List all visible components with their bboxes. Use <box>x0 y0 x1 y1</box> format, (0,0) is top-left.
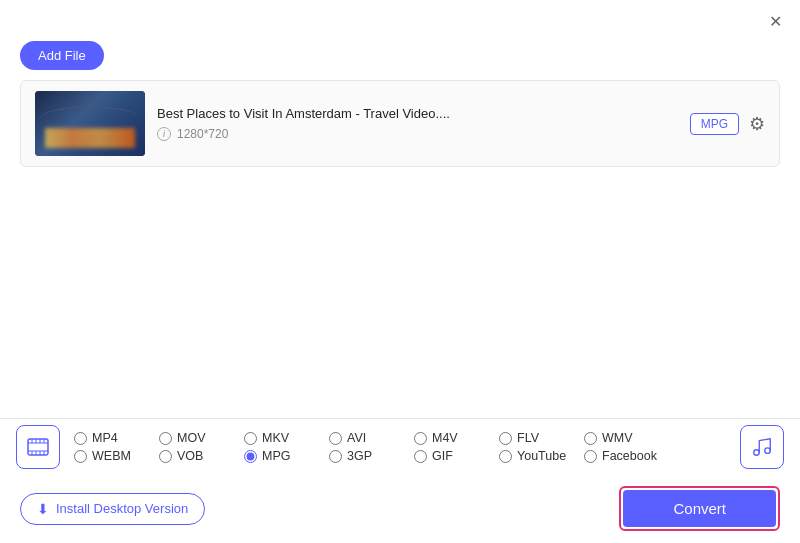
format-option-webm[interactable]: WEBM <box>74 449 159 463</box>
svg-point-12 <box>765 448 771 454</box>
format-row: MP4 MOV MKV AVI M4V FLV WMV WEBM VOB MPG… <box>16 425 784 469</box>
file-actions: MPG ⚙ <box>690 113 765 135</box>
format-option-3gp[interactable]: 3GP <box>329 449 414 463</box>
format-option-gif[interactable]: GIF <box>414 449 499 463</box>
format-line-1: MP4 MOV MKV AVI M4V FLV WMV <box>74 431 730 445</box>
toolbar: Add File <box>0 37 800 80</box>
svg-rect-0 <box>28 439 48 455</box>
thumbnail <box>35 91 145 156</box>
format-option-youtube[interactable]: YouTube <box>499 449 584 463</box>
format-line-2: WEBM VOB MPG 3GP GIF YouTube Facebook <box>74 449 730 463</box>
format-option-m4v[interactable]: M4V <box>414 431 499 445</box>
add-file-button[interactable]: Add File <box>20 41 104 70</box>
title-bar: ✕ <box>0 0 800 37</box>
format-option-vob[interactable]: VOB <box>159 449 244 463</box>
video-format-icon <box>16 425 60 469</box>
format-bar: MP4 MOV MKV AVI M4V FLV WMV WEBM VOB MPG… <box>0 418 800 475</box>
file-resolution: 1280*720 <box>177 127 228 141</box>
close-button[interactable]: ✕ <box>765 10 786 33</box>
formats-grid: MP4 MOV MKV AVI M4V FLV WMV WEBM VOB MPG… <box>74 431 730 463</box>
format-option-avi[interactable]: AVI <box>329 431 414 445</box>
install-label: Install Desktop Version <box>56 501 188 516</box>
format-option-mov[interactable]: MOV <box>159 431 244 445</box>
svg-point-11 <box>754 450 760 456</box>
download-icon: ⬇ <box>37 501 49 517</box>
format-option-mp4[interactable]: MP4 <box>74 431 159 445</box>
file-info: Best Places to Visit In Amsterdam - Trav… <box>157 106 678 141</box>
format-option-mkv[interactable]: MKV <box>244 431 329 445</box>
film-icon <box>26 435 50 459</box>
format-option-wmv[interactable]: WMV <box>584 431 669 445</box>
info-icon: i <box>157 127 171 141</box>
music-icon <box>751 436 773 458</box>
settings-button[interactable]: ⚙ <box>749 113 765 135</box>
file-meta: i 1280*720 <box>157 127 678 141</box>
install-desktop-button[interactable]: ⬇ Install Desktop Version <box>20 493 205 525</box>
format-option-facebook[interactable]: Facebook <box>584 449 669 463</box>
convert-button-wrap: Convert <box>619 486 780 531</box>
action-bar: ⬇ Install Desktop Version Convert <box>0 474 800 543</box>
format-badge[interactable]: MPG <box>690 113 739 135</box>
audio-format-icon[interactable] <box>740 425 784 469</box>
content-area <box>0 167 800 407</box>
format-option-flv[interactable]: FLV <box>499 431 584 445</box>
file-title: Best Places to Visit In Amsterdam - Trav… <box>157 106 678 121</box>
convert-button[interactable]: Convert <box>623 490 776 527</box>
format-option-mpg[interactable]: MPG <box>244 449 329 463</box>
file-item: Best Places to Visit In Amsterdam - Trav… <box>20 80 780 167</box>
